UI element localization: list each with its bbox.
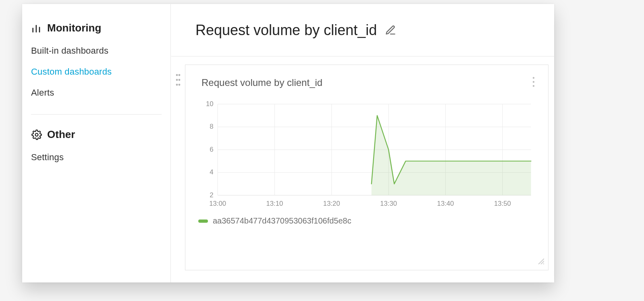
sidebar-section-other: Other — [31, 128, 162, 141]
page-title: Request volume by client_id — [195, 22, 377, 39]
resize-handle[interactable] — [537, 257, 544, 266]
page-header: Request volume by client_id — [171, 4, 554, 56]
vertical-dots-icon — [175, 73, 181, 87]
svg-point-4 — [176, 74, 178, 76]
sidebar-item-builtin-dashboards[interactable]: Built-in dashboards — [31, 42, 162, 63]
svg-text:13:50: 13:50 — [494, 200, 511, 207]
chart-area: 24681013:0013:1013:2013:3013:4013:50 — [198, 100, 535, 209]
svg-text:13:10: 13:10 — [266, 200, 283, 207]
card-title: Request volume by client_id — [202, 77, 322, 88]
svg-text:13:40: 13:40 — [437, 200, 454, 207]
svg-point-3 — [35, 133, 38, 136]
svg-text:13:20: 13:20 — [323, 200, 340, 207]
bars-icon — [31, 23, 42, 34]
svg-point-7 — [179, 79, 181, 81]
drag-handle[interactable] — [175, 73, 181, 89]
legend-series-label: aa36574b477d4370953063f106fd5e8c — [213, 216, 351, 226]
sidebar-section-monitoring: Monitoring — [31, 22, 162, 34]
card-menu-button[interactable] — [529, 75, 538, 90]
svg-point-9 — [179, 84, 181, 86]
sidebar-divider — [31, 114, 162, 115]
svg-point-11 — [533, 81, 534, 83]
svg-text:13:00: 13:00 — [209, 200, 226, 207]
svg-text:2: 2 — [210, 191, 213, 199]
svg-text:10: 10 — [206, 100, 214, 107]
sidebar: Monitoring Built-in dashboards Custom da… — [22, 4, 171, 282]
sidebar-item-settings[interactable]: Settings — [31, 148, 162, 169]
sidebar-item-alerts[interactable]: Alerts — [31, 84, 162, 105]
svg-line-38 — [543, 263, 544, 264]
line-chart: 24681013:0013:1013:2013:3013:4013:50 — [198, 100, 535, 209]
svg-point-12 — [533, 85, 534, 87]
svg-point-8 — [176, 84, 178, 86]
content-area: Request volume by client_id — [171, 4, 554, 282]
chart-card: Request volume by client_id 24681013:001… — [185, 65, 548, 270]
svg-point-10 — [533, 77, 534, 79]
app-panel: Monitoring Built-in dashboards Custom da… — [22, 4, 554, 282]
svg-text:6: 6 — [210, 146, 213, 153]
chart-legend: aa36574b477d4370953063f106fd5e8c — [198, 216, 535, 226]
resize-icon — [537, 257, 544, 264]
svg-point-6 — [176, 79, 178, 81]
pencil-icon — [385, 25, 396, 36]
sidebar-section-title: Other — [47, 128, 75, 141]
vertical-dots-icon — [530, 76, 537, 88]
svg-point-5 — [179, 74, 181, 76]
sidebar-item-custom-dashboards[interactable]: Custom dashboards — [31, 63, 162, 84]
legend-swatch — [198, 219, 208, 223]
svg-text:8: 8 — [210, 123, 213, 130]
svg-text:4: 4 — [210, 169, 213, 176]
edit-title-button[interactable] — [383, 23, 398, 38]
sidebar-section-title: Monitoring — [47, 22, 101, 34]
gear-icon — [31, 129, 42, 140]
svg-text:13:30: 13:30 — [380, 200, 397, 207]
